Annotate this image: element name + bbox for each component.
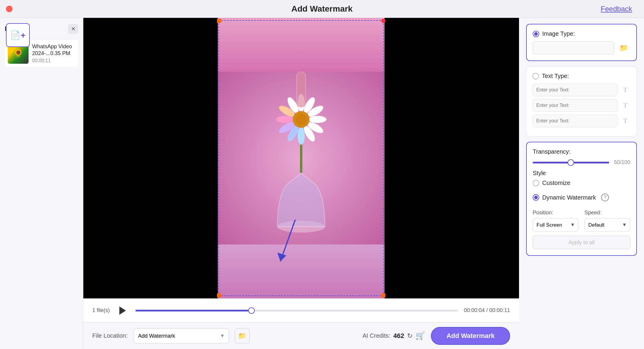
feedback-link[interactable]: Feedback <box>601 5 632 13</box>
style-label: Style <box>533 170 630 177</box>
text-input-row-3: 𝐓 <box>532 115 631 127</box>
timeline-progress <box>135 310 251 311</box>
transparency-slider[interactable] <box>533 162 609 163</box>
transparency-thumb[interactable] <box>568 159 574 166</box>
image-type-radio[interactable] <box>533 31 539 37</box>
image-path-input[interactable] <box>533 41 614 54</box>
customize-row: Customize <box>533 180 630 186</box>
transparency-label: Transparency: <box>533 148 630 155</box>
svg-point-12 <box>276 116 294 123</box>
text-type-label: Text Type: <box>542 73 569 80</box>
customize-radio[interactable] <box>533 180 539 186</box>
text-type-section: Text Type: 𝐓 𝐓 𝐓 <box>526 66 637 136</box>
transparency-slider-row: 50/100 <box>533 159 630 166</box>
main-layout: Playlist ✕ 🌻 WhatsApp Video 2024-...0.35… <box>0 18 644 349</box>
apply-all-button[interactable]: Apply to all <box>533 236 630 249</box>
text-input-3[interactable] <box>532 115 618 127</box>
ai-credits: AI Credits: 462 ↻ 🛒 <box>362 331 425 340</box>
total-time: 00:00:11 <box>489 307 510 313</box>
speed-label: Speed: <box>584 210 630 216</box>
image-input-row: 📁 <box>533 41 630 54</box>
add-watermark-button[interactable]: Add Watermark <box>431 327 510 345</box>
browse-folder-button[interactable]: 📁 <box>235 328 250 343</box>
dynamic-watermark-row: Dynamic Watermark ? <box>533 194 630 201</box>
speed-dropdown-wrapper: Default Slow Fast ▼ <box>584 218 630 231</box>
file-location-wrapper: Add Watermark ▼ <box>134 328 229 343</box>
image-type-row: Image Type: <box>533 30 630 37</box>
credits-value: 462 <box>393 332 404 340</box>
new-file-icon: 📄+ <box>10 30 25 40</box>
file-location-select[interactable]: Add Watermark <box>134 328 229 343</box>
dynamic-watermark-help[interactable]: ? <box>601 194 609 201</box>
time-separator: / <box>486 307 489 313</box>
folder-browse-icon: 📁 <box>619 44 628 52</box>
file-count: 1 file(s) <box>92 307 110 314</box>
text-format-button-1[interactable]: 𝐓 <box>620 85 631 95</box>
svg-rect-17 <box>297 72 306 107</box>
customize-label: Customize <box>542 180 570 186</box>
playlist-item-duration: 00:00:11 <box>32 58 75 63</box>
top-bar: Add Watermark Feedback <box>0 0 644 18</box>
file-location-label: File Location: <box>92 332 128 339</box>
text-input-2[interactable] <box>532 99 618 112</box>
dynamic-watermark-radio[interactable] <box>533 194 539 201</box>
video-container <box>83 18 519 298</box>
close-button[interactable] <box>6 6 12 12</box>
position-label: Position: <box>533 210 579 216</box>
text-input-1[interactable] <box>532 84 618 96</box>
new-file-button[interactable]: 📄+ <box>6 23 30 47</box>
current-time: 00:00:04 <box>464 307 485 313</box>
position-col: Position: Full Screen Top Left Top Right… <box>533 210 579 231</box>
image-browse-button[interactable]: 📁 <box>617 41 630 54</box>
timeline-thumb[interactable] <box>248 307 255 314</box>
text-type-radio[interactable] <box>532 73 539 80</box>
play-icon <box>119 306 126 315</box>
position-dropdown-wrapper: Full Screen Top Left Top Right Bottom Le… <box>533 218 579 231</box>
speed-col: Speed: Default Slow Fast ▼ <box>584 210 630 231</box>
style-options: Customize Dynamic Watermark ? <box>533 180 630 205</box>
text-format-icon-3: 𝐓 <box>623 117 628 124</box>
cart-icon[interactable]: 🛒 <box>415 331 425 340</box>
speed-select[interactable]: Default Slow Fast <box>584 218 630 231</box>
text-input-row-1: 𝐓 <box>532 84 631 96</box>
svg-point-16 <box>295 113 307 125</box>
position-select[interactable]: Full Screen Top Left Top Right Bottom Le… <box>533 218 579 231</box>
text-format-icon-2: 𝐓 <box>623 102 628 109</box>
clear-playlist-button[interactable]: ✕ <box>68 24 78 34</box>
playlist-info: WhatsApp Video 2024-...0.35 PM 00:00:11 <box>32 43 75 64</box>
image-type-section: Image Type: 📁 <box>526 24 637 61</box>
clear-icon: ✕ <box>71 26 76 32</box>
page-title: Add Watermark <box>291 4 353 14</box>
video-frame <box>218 18 384 298</box>
time-display: 00:00:04 / 00:00:11 <box>464 307 510 314</box>
position-speed-row: Position: Full Screen Top Left Top Right… <box>533 210 630 231</box>
folder-icon: 📁 <box>238 332 246 340</box>
right-panel: Image Type: 📁 Text Type: 𝐓 <box>519 18 644 349</box>
svg-point-9 <box>298 127 305 145</box>
video-controls: 1 file(s) 00:00:04 / 00:00:11 <box>83 298 519 322</box>
text-format-button-3[interactable]: 𝐓 <box>620 116 631 126</box>
bottom-bar: File Location: Add Watermark ▼ 📁 AI Cred… <box>83 322 519 349</box>
text-input-row-2: 𝐓 <box>532 99 631 112</box>
settings-section: Transparency: 50/100 Style Customize Dyn… <box>526 142 637 256</box>
timeline[interactable] <box>135 310 458 311</box>
text-type-row: Text Type: <box>532 73 631 80</box>
dynamic-watermark-label: Dynamic Watermark <box>542 194 596 201</box>
text-format-button-2[interactable]: 𝐓 <box>620 100 631 111</box>
play-button[interactable] <box>116 304 129 317</box>
image-type-label: Image Type: <box>542 30 575 37</box>
playlist-item-name: WhatsApp Video 2024-...0.35 PM <box>32 43 75 57</box>
sidebar: Playlist ✕ 🌻 WhatsApp Video 2024-...0.35… <box>0 18 83 349</box>
text-format-icon-1: 𝐓 <box>623 86 628 94</box>
transparency-value: 50/100 <box>614 159 630 166</box>
refresh-icon[interactable]: ↻ <box>407 332 412 340</box>
svg-point-6 <box>309 116 326 123</box>
flower-visual <box>218 72 384 244</box>
ai-credits-label: AI Credits: <box>362 332 390 339</box>
